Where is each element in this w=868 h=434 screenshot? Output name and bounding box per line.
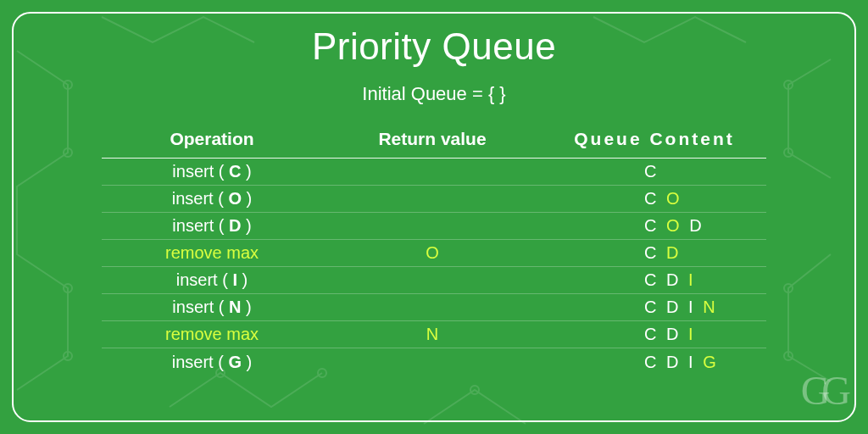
cell-operation: insert ( N ) (102, 298, 322, 317)
table-row: insert ( O )C O (102, 186, 766, 213)
cell-queue: C D I (542, 325, 766, 344)
table-row: remove maxNC D I (102, 321, 766, 348)
cell-queue: C O D (542, 216, 766, 236)
cell-queue: C D I (542, 270, 766, 290)
header-queue: Queue Content (542, 129, 766, 149)
table-body: insert ( C )Cinsert ( O )C Oinsert ( D )… (102, 159, 766, 376)
table-row: insert ( C )C (102, 159, 766, 186)
cell-queue: C D I G (542, 353, 766, 372)
cell-return: N (322, 325, 542, 344)
cell-operation: insert ( I ) (102, 270, 322, 290)
header-return: Return value (322, 129, 542, 149)
cell-operation: insert ( G ) (102, 353, 322, 372)
cell-operation: remove max (102, 325, 322, 344)
table-row: remove maxOC D (102, 240, 766, 267)
table-row: insert ( I )C D I (102, 267, 766, 294)
cell-queue: C (542, 162, 766, 181)
operations-table: Operation Return value Queue Content ins… (102, 125, 766, 376)
cell-operation: insert ( O ) (102, 189, 322, 209)
table-row: insert ( D )C O D (102, 213, 766, 240)
cell-return: O (322, 243, 542, 263)
cell-operation: remove max (102, 243, 322, 263)
header-operation: Operation (102, 129, 322, 149)
cell-queue: C O (542, 189, 766, 209)
cell-queue: C D (542, 243, 766, 263)
cell-operation: insert ( D ) (102, 216, 322, 236)
table-row: insert ( N )C D I N (102, 294, 766, 321)
table-header: Operation Return value Queue Content (102, 125, 766, 159)
table-row: insert ( G )C D I G (102, 348, 766, 376)
cell-queue: C D I N (542, 298, 766, 317)
cell-operation: insert ( C ) (102, 162, 322, 181)
